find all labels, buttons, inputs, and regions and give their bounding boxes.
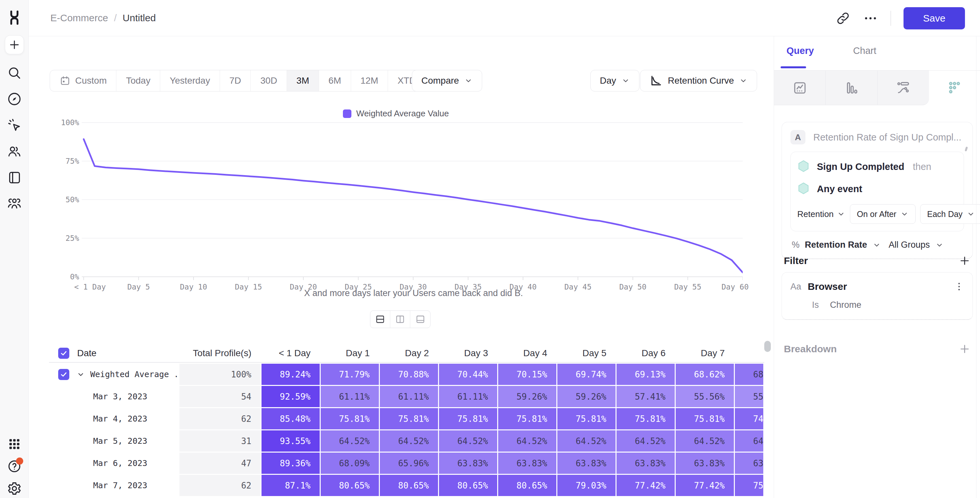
retention-cell[interactable]: 80.65% bbox=[321, 475, 379, 496]
notebook-icon[interactable] bbox=[7, 170, 22, 185]
retention-cell[interactable]: 75.81% bbox=[617, 408, 675, 430]
retention-cell[interactable]: 63.83% bbox=[439, 453, 497, 474]
retention-cell[interactable]: 63.83% bbox=[498, 453, 556, 474]
insights-chart-tool-tab[interactable] bbox=[774, 71, 826, 105]
range-yesterday[interactable]: Yesterday bbox=[160, 70, 220, 91]
retention-cell[interactable]: 70.88% bbox=[380, 364, 438, 385]
query-title[interactable]: Retention Rate of Sign Up Compl... bbox=[813, 132, 961, 143]
retention-dots-tool-tab[interactable] bbox=[929, 71, 980, 105]
retention-cell[interactable]: 92.59% bbox=[261, 386, 320, 407]
table-scrollbar[interactable] bbox=[764, 341, 771, 352]
retention-cell[interactable]: 71.79% bbox=[321, 364, 379, 385]
retention-cell[interactable]: 80.65% bbox=[498, 475, 556, 496]
retention-cell[interactable]: 64.52% bbox=[321, 430, 379, 452]
panel-bottom-toggle[interactable] bbox=[410, 311, 430, 328]
retention-cell[interactable]: 77.42% bbox=[676, 475, 734, 496]
each-day-dropdown[interactable]: Each Day bbox=[920, 204, 980, 224]
cursor-spark-icon[interactable] bbox=[7, 118, 22, 133]
retention-cell[interactable]: 80.65% bbox=[380, 475, 438, 496]
retention-cell[interactable]: 63.83% bbox=[676, 453, 734, 474]
select-all-checkbox[interactable] bbox=[58, 348, 69, 359]
chevron-down-icon[interactable] bbox=[76, 370, 85, 379]
app-logo-icon[interactable] bbox=[6, 9, 22, 26]
clipped-retention-cell[interactable]: 55 bbox=[735, 386, 763, 407]
filter-value[interactable]: Chrome bbox=[830, 300, 861, 310]
range-30d[interactable]: 30D bbox=[251, 70, 287, 91]
split-horizontal-toggle[interactable] bbox=[371, 311, 390, 328]
range-6m[interactable]: 6M bbox=[319, 70, 351, 91]
retention-cell[interactable]: 75.81% bbox=[321, 408, 379, 430]
split-vertical-toggle[interactable] bbox=[390, 311, 410, 328]
retention-cell[interactable]: 89.24% bbox=[261, 364, 320, 385]
add-breakdown-icon[interactable] bbox=[958, 343, 971, 355]
retention-cell[interactable]: 80.65% bbox=[439, 475, 497, 496]
new-report-button[interactable] bbox=[5, 35, 24, 54]
apps-grid-icon[interactable] bbox=[7, 437, 22, 452]
retention-cell[interactable]: 64.52% bbox=[617, 430, 675, 452]
retention-cell[interactable]: 69.74% bbox=[557, 364, 616, 385]
retention-cell[interactable]: 55.56% bbox=[676, 386, 734, 407]
retention-cell[interactable]: 87.1% bbox=[261, 475, 320, 496]
groups-dropdown[interactable]: All Groups bbox=[889, 240, 930, 250]
retention-cell[interactable]: 61.11% bbox=[439, 386, 497, 407]
retention-cell[interactable]: 77.42% bbox=[617, 475, 675, 496]
users-icon[interactable] bbox=[7, 144, 22, 159]
on-or-after-dropdown[interactable]: On or After bbox=[850, 204, 916, 224]
search-icon[interactable] bbox=[7, 65, 22, 80]
retention-cell[interactable]: 75.81% bbox=[439, 408, 497, 430]
retention-cell[interactable]: 75.81% bbox=[380, 408, 438, 430]
retention-cell[interactable]: 75.81% bbox=[676, 408, 734, 430]
retention-type-dropdown[interactable]: Retention bbox=[797, 209, 845, 219]
granularity-dropdown[interactable]: Day bbox=[590, 70, 640, 91]
clipped-retention-cell[interactable]: 74 bbox=[735, 408, 763, 430]
retention-cell[interactable]: 59.26% bbox=[498, 386, 556, 407]
more-options-icon[interactable] bbox=[863, 11, 878, 26]
retention-cell[interactable]: 85.48% bbox=[261, 408, 320, 430]
retention-cell[interactable]: 70.15% bbox=[498, 364, 556, 385]
save-button[interactable]: Save bbox=[904, 7, 965, 29]
clipped-retention-cell[interactable]: 75 bbox=[735, 475, 763, 496]
measure-dropdown[interactable]: Retention Rate bbox=[805, 240, 867, 250]
clipped-retention-cell[interactable]: 64 bbox=[735, 430, 763, 452]
retention-cell[interactable]: 68.09% bbox=[321, 453, 379, 474]
retention-cell[interactable]: 65.96% bbox=[380, 453, 438, 474]
share-link-icon[interactable] bbox=[835, 11, 851, 26]
breadcrumb-project[interactable]: E-Commerce bbox=[50, 13, 108, 24]
retention-cell[interactable]: 64.52% bbox=[676, 430, 734, 452]
row-checkbox[interactable] bbox=[58, 369, 69, 380]
filter-property[interactable]: Browser bbox=[808, 281, 847, 292]
retention-cell[interactable]: 64.52% bbox=[380, 430, 438, 452]
retention-cell[interactable]: 93.55% bbox=[261, 430, 320, 452]
filter-card[interactable]: Aa Browser Is Chrome bbox=[781, 272, 973, 320]
settings-gear-icon[interactable] bbox=[7, 481, 22, 496]
clipped-retention-cell[interactable]: 63 bbox=[735, 453, 763, 474]
breadcrumb-page-title[interactable]: Untitled bbox=[123, 13, 156, 24]
retention-cell[interactable]: 64.52% bbox=[439, 430, 497, 452]
retention-cell[interactable]: 70.44% bbox=[439, 364, 497, 385]
retention-cell[interactable]: 79.03% bbox=[557, 475, 616, 496]
clipped-retention-cell[interactable]: 68 bbox=[735, 364, 763, 385]
retention-cell[interactable]: 64.52% bbox=[557, 430, 616, 452]
event-2-name[interactable]: Any event bbox=[817, 184, 862, 194]
retention-cell[interactable]: 68.62% bbox=[676, 364, 734, 385]
range-7d[interactable]: 7D bbox=[220, 70, 251, 91]
tab-query[interactable]: Query bbox=[786, 45, 814, 56]
cohort-icon[interactable] bbox=[7, 196, 22, 211]
retention-cell[interactable]: 59.26% bbox=[557, 386, 616, 407]
range-12m[interactable]: 12M bbox=[351, 70, 388, 91]
tab-chart[interactable]: Chart bbox=[853, 45, 877, 56]
range-3m[interactable]: 3M bbox=[287, 70, 319, 91]
retention-cell[interactable]: 63.83% bbox=[557, 453, 616, 474]
retention-cell[interactable]: 75.81% bbox=[498, 408, 556, 430]
retention-cell[interactable]: 69.13% bbox=[617, 364, 675, 385]
range-today[interactable]: Today bbox=[116, 70, 160, 91]
filter-operator[interactable]: Is bbox=[812, 300, 819, 310]
kebab-menu-icon[interactable] bbox=[953, 281, 965, 292]
retention-cell[interactable]: 89.36% bbox=[261, 453, 320, 474]
compare-button[interactable]: Compare bbox=[412, 70, 482, 91]
chart-type-dropdown[interactable]: Retention Curve bbox=[640, 70, 757, 91]
retention-cell[interactable]: 75.81% bbox=[557, 408, 616, 430]
compass-icon[interactable] bbox=[7, 91, 22, 107]
add-filter-icon[interactable] bbox=[958, 255, 971, 267]
retention-cell[interactable]: 63.83% bbox=[617, 453, 675, 474]
